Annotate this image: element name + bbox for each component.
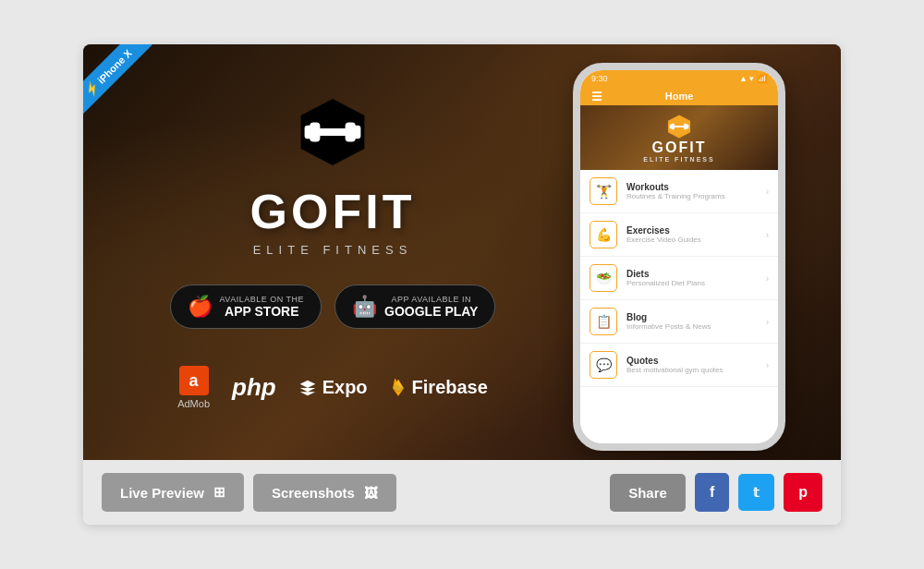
- android-icon: 🤖: [352, 295, 377, 319]
- screenshots-label: Screenshots: [272, 485, 355, 501]
- firebase-text: Firebase: [412, 377, 488, 398]
- corner-badge-inner: ⚡ iPhone X: [83, 44, 152, 116]
- store-buttons: 🍎 AVAILABLE ON THE APP STORE 🤖 APP AVAIL…: [170, 284, 496, 329]
- phone-app-title: GOFIT: [652, 139, 707, 156]
- badge-text: iPhone X: [95, 47, 134, 86]
- diets-title: Diets: [626, 269, 757, 279]
- appstore-big: APP STORE: [220, 304, 305, 319]
- menu-item-workouts: 🏋 Workouts Routines & Training Programs …: [580, 170, 778, 213]
- blog-sub: Informative Posts & News: [626, 322, 757, 331]
- live-preview-icon: ⊞: [213, 484, 225, 501]
- phone-nav-bar: ☰ Home: [580, 87, 778, 105]
- workouts-icon-box: 🏋: [590, 177, 617, 205]
- blog-icon-box: 📋: [590, 308, 617, 335]
- quotes-sub: Best motivational gym quotes: [626, 366, 757, 374]
- tech-logos: a AdMob php Expo: [177, 366, 488, 409]
- phone-mockup: 9:30 ▲ ▾ 📶 ☰ Home: [573, 63, 785, 451]
- phone-menu-icon: ☰: [591, 90, 602, 103]
- svg-rect-11: [687, 124, 689, 127]
- twitter-button[interactable]: 𝕥: [738, 474, 774, 511]
- preview-area: ⚡ iPhone X GOFIT ELITE FITNESS: [83, 44, 841, 460]
- svg-rect-4: [305, 127, 312, 139]
- apple-icon: 🍎: [188, 295, 213, 319]
- admob-icon: a: [179, 366, 209, 395]
- phone-nav-title: Home: [665, 91, 694, 102]
- diets-arrow: ›: [766, 273, 769, 284]
- svg-rect-7: [673, 125, 686, 127]
- workouts-title: Workouts: [626, 182, 757, 192]
- phone-menu-items: 🏋 Workouts Routines & Training Programs …: [580, 170, 778, 387]
- workouts-arrow: ›: [766, 187, 769, 197]
- googleplay-button[interactable]: 🤖 APP AVAILABLE IN GOOGLE PLAY: [334, 284, 495, 329]
- firebase-icon: [390, 378, 407, 398]
- exercises-title: Exercises: [626, 225, 757, 236]
- facebook-icon: f: [710, 484, 714, 501]
- admob-logo: a AdMob: [177, 366, 210, 409]
- hex-logo: [296, 95, 370, 169]
- share-label: Share: [610, 474, 686, 512]
- menu-item-quotes: 💬 Quotes Best motivational gym quotes ›: [580, 344, 778, 387]
- php-logo: php: [232, 373, 276, 402]
- phone-status-bar: 9:30 ▲ ▾ 📶: [580, 70, 778, 87]
- quotes-icon-box: 💬: [590, 351, 617, 379]
- exercises-icon-box: 💪: [590, 221, 617, 248]
- toolbar: Live Preview ⊞ Screenshots 🖼 Share f 𝕥 p: [83, 460, 841, 525]
- blog-title: Blog: [626, 312, 757, 322]
- menu-item-diets: 🥗 Diets Personalized Diet Plans ›: [580, 257, 778, 300]
- pinterest-icon: p: [798, 484, 808, 501]
- svg-rect-10: [670, 124, 673, 127]
- corner-badge: ⚡ iPhone X: [83, 44, 166, 127]
- screenshots-icon: 🖼: [364, 485, 378, 501]
- phone-hex-logo: [666, 114, 692, 139]
- menu-item-blog: 📋 Blog Informative Posts & News ›: [580, 300, 778, 344]
- admob-label: AdMob: [177, 398, 210, 409]
- googleplay-big: GOOGLE PLAY: [384, 304, 478, 319]
- app-title: GOFIT: [250, 184, 416, 239]
- diets-sub: Personalized Diet Plans: [626, 279, 757, 287]
- blog-arrow: ›: [766, 317, 769, 327]
- quotes-title: Quotes: [626, 356, 757, 366]
- left-content: GOFIT ELITE FITNESS 🍎 AVAILABLE ON THE A…: [139, 44, 527, 460]
- phone-outer: 9:30 ▲ ▾ 📶 ☰ Home: [573, 63, 785, 451]
- appstore-button[interactable]: 🍎 AVAILABLE ON THE APP STORE: [170, 284, 322, 329]
- live-preview-label: Live Preview: [120, 485, 204, 501]
- diets-icon-box: 🥗: [590, 264, 617, 292]
- twitter-icon: 𝕥: [753, 485, 760, 500]
- phone-header-img: GOFIT ELITE FITNESS: [580, 105, 778, 170]
- share-text: Share: [628, 485, 667, 501]
- appstore-small: AVAILABLE ON THE: [220, 295, 305, 304]
- card: ⚡ iPhone X GOFIT ELITE FITNESS: [83, 44, 841, 525]
- phone-header-sub: ELITE FITNESS: [643, 156, 714, 163]
- firebase-logo: Firebase: [390, 377, 488, 398]
- live-preview-button[interactable]: Live Preview ⊞: [102, 473, 244, 512]
- workouts-sub: Routines & Training Programs: [626, 192, 757, 200]
- phone-signal: ▲ ▾ 📶: [739, 74, 767, 83]
- expo-icon: [298, 379, 317, 397]
- app-subtitle: ELITE FITNESS: [253, 243, 413, 257]
- googleplay-small: APP AVAILABLE IN: [384, 295, 478, 304]
- screenshots-button[interactable]: Screenshots 🖼: [253, 474, 396, 512]
- menu-item-exercises: 💪 Exercises Exercise Video Guides ›: [580, 213, 778, 257]
- facebook-button[interactable]: f: [695, 473, 729, 512]
- exercises-arrow: ›: [766, 230, 769, 240]
- php-text: php: [232, 373, 276, 402]
- svg-rect-5: [353, 127, 360, 139]
- pinterest-button[interactable]: p: [784, 473, 822, 512]
- phone-time: 9:30: [591, 74, 608, 83]
- expo-logo: Expo: [298, 377, 368, 398]
- phone-screen: 9:30 ▲ ▾ 📶 ☰ Home: [580, 70, 778, 443]
- expo-text: Expo: [322, 377, 368, 398]
- exercises-sub: Exercise Video Guides: [626, 236, 757, 244]
- quotes-arrow: ›: [766, 360, 769, 370]
